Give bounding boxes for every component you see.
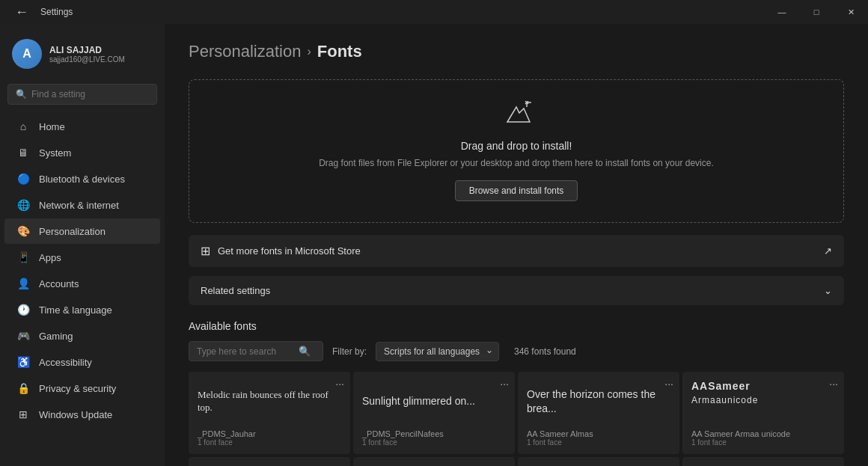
font-search-icon: 🔍 — [299, 346, 311, 357]
font-card-armaa[interactable]: ··· AASameer Armaaunicode AA Sameer Arma… — [682, 372, 844, 454]
font-faces-armaa: 1 font face — [691, 438, 835, 447]
font-card-almas[interactable]: ··· Over the horizon comes the brea... A… — [518, 372, 679, 454]
minimize-button[interactable]: — — [765, 0, 799, 24]
sidebar-item-gaming[interactable]: 🎮 Gaming — [4, 323, 160, 349]
font-card-menu-khashab[interactable]: ··· — [664, 463, 673, 466]
font-drop-zone[interactable]: Drag and drop to install! Drag font file… — [189, 79, 844, 223]
titlebar-left: ← Settings — [9, 1, 73, 23]
breadcrumb-parent[interactable]: Personalization — [189, 42, 301, 61]
close-button[interactable]: ✕ — [834, 0, 868, 24]
sidebar-item-network[interactable]: 🌐 Network & internet — [4, 192, 160, 218]
back-button[interactable]: ← — [9, 1, 34, 23]
breadcrumb: Personalization › Fonts — [189, 42, 844, 61]
breadcrumb-separator: › — [307, 45, 311, 58]
maximize-button[interactable]: □ — [799, 0, 834, 24]
font-card-menu-pencilnafees[interactable]: ··· — [500, 378, 509, 390]
content-area: Personalization › Fonts Drag and drop to… — [165, 24, 868, 466]
font-card-menu-divangiry[interactable]: ··· — [335, 463, 344, 466]
apps-nav-label: Apps — [39, 252, 61, 263]
sidebar-item-apps[interactable]: 📱 Apps — [4, 245, 160, 270]
filter-by-label: Filter by: — [332, 346, 367, 357]
font-card-pencilnafees[interactable]: ··· Sunlight glimmered on... _PDMS_Penci… — [353, 372, 515, 454]
bluetooth-nav-icon: 🔵 — [16, 172, 30, 186]
filter-select-wrap[interactable]: Scripts for all languages — [376, 342, 499, 361]
personalization-nav-label: Personalization — [39, 226, 106, 237]
related-settings-label: Related settings — [201, 285, 270, 296]
network-nav-label: Network & internet — [39, 200, 119, 211]
scripts-filter-select[interactable]: Scripts for all languages — [376, 342, 499, 361]
sidebar-item-personalization[interactable]: 🎨 Personalization — [4, 218, 160, 244]
sidebar-item-windows-update[interactable]: ⊞ Windows Update — [4, 402, 160, 427]
font-card-khashab[interactable]: ··· ƒ#$%&'⁰* ⊕•″.∕ℵ‹›≥ AA Sameer Khashab… — [518, 457, 679, 466]
search-icon: 🔍 — [16, 89, 27, 99]
available-fonts-title: Available fonts — [189, 320, 844, 332]
personalization-nav-icon: 🎨 — [16, 224, 30, 238]
font-card-menu-pencil-unicode[interactable]: ··· — [829, 463, 838, 466]
time-nav-label: Time & language — [39, 304, 112, 316]
main-layout: A ALI SAJJAD sajjad160@LIVE.COM 🔍 ⌂ Home… — [0, 24, 868, 466]
font-card-menu-almas[interactable]: ··· — [664, 378, 673, 390]
font-faces-pencilnafees: 1 font face — [362, 438, 506, 447]
windows-update-nav-label: Windows Update — [39, 409, 112, 420]
font-preview-armaa: AASameer Armaaunicode — [691, 379, 835, 406]
font-search-box[interactable]: 🔍 — [189, 341, 323, 361]
external-link-icon: ↗ — [824, 245, 832, 257]
privacy-nav-icon: 🔒 — [16, 381, 30, 395]
store-row[interactable]: ⊞ Get more fonts in Microsoft Store ↗ — [189, 235, 844, 267]
accounts-nav-label: Accounts — [39, 278, 79, 289]
gaming-nav-label: Gaming — [39, 331, 73, 342]
settings-search-box[interactable]: 🔍 — [7, 84, 157, 105]
windows-update-nav-icon: ⊞ — [16, 408, 30, 421]
font-card-pencil-unicode[interactable]: ··· ACOOLSUMMER BREEZEAWAKENS... AA Same… — [682, 457, 844, 466]
avatar: A — [12, 39, 42, 69]
sidebar-item-accessibility[interactable]: ♿ Accessibility — [4, 349, 160, 375]
accessibility-nav-icon: ♿ — [16, 355, 30, 369]
font-faces-jauhar: 1 font face — [198, 438, 341, 447]
font-preview-almas: Over the horizon comes the brea... — [527, 379, 670, 426]
drop-zone-description: Drag font files from File Explorer or yo… — [210, 156, 822, 170]
home-nav-label: Home — [39, 121, 65, 132]
related-settings-section[interactable]: Related settings ⌄ — [189, 276, 844, 305]
home-nav-icon: ⌂ — [16, 120, 30, 133]
font-card-menu-jauhar[interactable]: ··· — [335, 378, 344, 390]
fonts-count: 346 fonts found — [514, 346, 576, 357]
titlebar-controls: — □ ✕ — [765, 0, 868, 24]
accessibility-nav-label: Accessibility — [39, 357, 92, 368]
nav-list: ⌂ Home 🖥 System 🔵 Bluetooth & devices 🌐 … — [0, 114, 165, 427]
font-name-armaa: AA Sameer Armaa unicode — [691, 429, 835, 438]
gaming-nav-icon: 🎮 — [16, 329, 30, 343]
font-grid: ··· Melodic rain bounces off the roof to… — [189, 372, 844, 466]
accounts-nav-icon: 👤 — [16, 277, 30, 290]
sidebar-item-system[interactable]: 🖥 System — [4, 140, 160, 165]
sidebar-item-home[interactable]: ⌂ Home — [4, 114, 160, 139]
sidebar: A ALI SAJJAD sajjad160@LIVE.COM 🔍 ⌂ Home… — [0, 24, 165, 466]
store-label: Get more fonts in Microsoft Store — [218, 245, 361, 257]
fonts-toolbar: 🔍 Filter by: Scripts for all languages 3… — [189, 341, 844, 361]
font-preview-jauhar: Melodic rain bounces off the roof top. — [198, 379, 341, 426]
related-settings-chevron: ⌄ — [824, 285, 832, 296]
user-email: sajjad160@LIVE.COM — [49, 55, 125, 64]
font-card-menu-kelk[interactable]: ··· — [500, 463, 509, 466]
sidebar-item-bluetooth[interactable]: 🔵 Bluetooth & devices — [4, 166, 160, 191]
system-nav-label: System — [39, 147, 71, 159]
browse-install-button[interactable]: Browse and install fonts — [455, 180, 578, 201]
font-card-jauhar[interactable]: ··· Melodic rain bounces off the roof to… — [189, 372, 350, 454]
network-nav-icon: 🌐 — [16, 198, 30, 212]
time-nav-icon: 🕐 — [16, 303, 30, 316]
settings-search-input[interactable] — [31, 89, 149, 99]
font-search-input[interactable] — [197, 346, 294, 357]
user-info: ALI SAJJAD sajjad160@LIVE.COM — [49, 45, 125, 64]
font-name-jauhar: _PDMS_Jauhar — [198, 429, 341, 438]
font-card-kelk[interactable]: ··· A gentle moon lulls the child to... … — [353, 457, 515, 466]
font-card-menu-armaa[interactable]: ··· — [829, 378, 838, 390]
font-faces-almas: 1 font face — [527, 438, 670, 447]
sidebar-item-time[interactable]: 🕐 Time & language — [4, 297, 160, 322]
font-card-divangiry[interactable]: ··· A campfire crackles as the children … — [189, 457, 350, 466]
user-section[interactable]: A ALI SAJJAD sajjad160@LIVE.COM — [0, 30, 165, 78]
drop-cursor-icon — [210, 101, 822, 134]
sidebar-item-privacy[interactable]: 🔒 Privacy & security — [4, 375, 160, 401]
font-name-pencilnafees: _PDMS_PencilNafees — [362, 429, 506, 438]
user-name: ALI SAJJAD — [49, 45, 125, 55]
sidebar-item-accounts[interactable]: 👤 Accounts — [4, 271, 160, 296]
system-nav-icon: 🖥 — [16, 146, 30, 159]
